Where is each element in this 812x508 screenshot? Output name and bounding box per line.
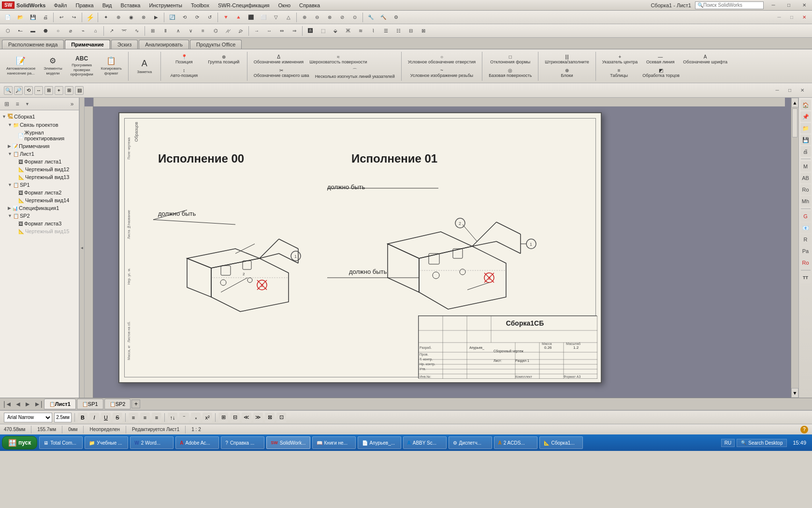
expand-assembly-icon[interactable]: ▼ (2, 114, 6, 119)
tb-d3[interactable]: ⬛ (245, 12, 257, 23)
window-max-btn[interactable]: □ (783, 0, 795, 11)
ann-position[interactable]: 📍 Позиция (165, 53, 203, 66)
tree-view12[interactable]: 📐 Чертежный вид12 (12, 165, 79, 173)
t2-f7[interactable]: ☰ (380, 26, 392, 36)
t2-f5[interactable]: ≋ (355, 26, 366, 36)
t2-d6[interactable]: ⌬ (210, 26, 221, 36)
t2-f2[interactable]: ⬚ (317, 26, 329, 36)
tree-project-link[interactable]: ▼ 📁 Связь проектов (6, 121, 79, 129)
ann-hole-sym[interactable]: ○ Условное обозначение отверстия (406, 53, 478, 66)
ann-base-surface[interactable]: ◎ Базовая поверхность (486, 67, 534, 79)
tb-b3[interactable]: ◉ (125, 12, 137, 23)
tb-e1[interactable]: ⊕ (299, 12, 310, 23)
rt-g2[interactable]: 📧 (800, 223, 811, 233)
tb-e4[interactable]: ⊘ (336, 12, 348, 23)
sidebar-expand-btn[interactable]: » (67, 99, 77, 109)
sidebar-collapse-handle[interactable]: ◄ (80, 98, 85, 398)
zoom-btn-5[interactable]: ⊞ (44, 86, 53, 95)
t2-b3[interactable]: ▬ (27, 26, 39, 36)
t2-f8[interactable]: ☷ (392, 26, 404, 36)
start-button[interactable]: 🪟 пуск (2, 436, 37, 449)
tab-office[interactable]: Продукты Office (190, 40, 242, 49)
strikethrough-btn[interactable]: S (113, 413, 122, 422)
open-btn[interactable]: 📂 (14, 12, 26, 23)
taskbar-books[interactable]: 📖 Книги не... (312, 436, 356, 449)
tb-win2[interactable]: □ (786, 12, 798, 23)
ann-auto-notes[interactable]: 📝 Автоматическоенанесение ра... (4, 52, 38, 80)
tree-sp1[interactable]: ▼ 📋 SP1 (6, 181, 79, 189)
tb-c1[interactable]: 🔄 (166, 12, 178, 23)
t2-f4[interactable]: Ж (342, 26, 354, 36)
t2-d8[interactable]: ⌮ (235, 26, 246, 36)
tb-c3[interactable]: ⟳ (191, 12, 203, 23)
sheet-nav-first[interactable]: |◄ (2, 400, 14, 408)
t2-c1[interactable]: ↗ (106, 26, 117, 36)
ann-auto-pos[interactable]: ↕ Авто-позиция (165, 67, 203, 79)
rt-mh-btn[interactable]: Mh (800, 196, 811, 207)
t2-f10[interactable]: ⊠ (418, 26, 429, 36)
t2-e2[interactable]: ↔ (263, 26, 275, 36)
sheet-tab-sp1[interactable]: 📋 SP1 (77, 399, 103, 409)
tb-b2[interactable]: ⊕ (113, 12, 124, 23)
window-min-btn[interactable]: ─ (768, 0, 779, 11)
underline-btn[interactable]: U (101, 413, 111, 422)
fmt-c4[interactable]: ≫ (253, 413, 263, 422)
t2-c3[interactable]: ∿ (131, 26, 143, 36)
fmt-b2[interactable]: ⁻ (179, 413, 189, 422)
rt-save-btn[interactable]: 💾 (800, 134, 811, 145)
ann-deviation[interactable]: □ Отклонения формы (486, 53, 534, 66)
ann-face-process[interactable]: ◩ Обработка торцов (639, 67, 683, 79)
tb-b1[interactable]: ✦ (100, 12, 112, 23)
rt-g3[interactable]: R (800, 234, 811, 245)
menu-edit[interactable]: Правка (71, 1, 98, 10)
tree-view13[interactable]: 📐 Чертежный вид13 (12, 173, 79, 181)
tree-sp2[interactable]: ▼ 📋 SP2 (6, 212, 79, 220)
tree-view14[interactable]: 📐 Чертежный вид14 (12, 196, 79, 204)
tree-spec1[interactable]: ▶ 📊 Спецификация1 (6, 204, 79, 212)
tb-d1[interactable]: 🔻 (220, 12, 232, 23)
tb-f2[interactable]: 🔨 (377, 12, 389, 23)
fmt-c1[interactable]: ⊞ (218, 413, 228, 422)
rebuild-btn[interactable]: ⚡ (84, 12, 96, 23)
t2-e4[interactable]: ⇒ (289, 26, 300, 36)
tray-lang[interactable]: RU (721, 439, 735, 447)
tb-c4[interactable]: ↺ (204, 12, 216, 23)
tb-d5[interactable]: ▽ (270, 12, 282, 23)
view-min-btn[interactable]: ─ (771, 85, 783, 96)
font-family-select[interactable]: Arial Narrow (4, 413, 52, 422)
app-logo[interactable]: SW SolidWorks (2, 1, 45, 9)
t2-f3[interactable]: ⬙ (330, 26, 341, 36)
tab-annotation[interactable]: Примечание (65, 40, 110, 49)
tb-d2[interactable]: 🔺 (232, 12, 244, 23)
taskbar-acds[interactable]: A 2 ACDS... (494, 436, 537, 449)
sheet-nav-prev[interactable]: ◄ (14, 400, 23, 408)
ann-tables[interactable]: ≡ Таблицы (600, 67, 638, 79)
rt-folder-btn[interactable]: 📁 (800, 123, 811, 134)
tab-analyze[interactable]: Анализировать (139, 40, 189, 49)
tb-b5[interactable]: ▶ (150, 12, 162, 23)
tb-d4[interactable]: ⬜ (258, 12, 269, 23)
search-box[interactable]: 🔍 (695, 1, 764, 9)
t2-f1[interactable]: 🅰 (304, 26, 316, 36)
t2-f6[interactable]: ⌇ (367, 26, 379, 36)
ann-copy-format[interactable]: 📋 Копироватьформат (99, 52, 124, 80)
ann-center-mark[interactable]: + Указатель центра (600, 53, 640, 66)
zoom-btn-1[interactable]: 🔍 (4, 86, 13, 95)
zoom-btn-8[interactable]: ▤ (75, 86, 84, 95)
taskbar-adobe[interactable]: A Adobe Ac... (175, 436, 219, 449)
sheet-tab-lsit1[interactable]: 📋 Лист1 (44, 399, 76, 409)
expand-sp1-icon[interactable]: ▼ (8, 182, 12, 187)
sheet-tab-sp2[interactable]: 📋 SP2 (104, 399, 131, 409)
t2-b2[interactable]: •– (14, 26, 26, 36)
ann-group-pos[interactable]: ⊕ Группа позиций (204, 53, 243, 66)
menu-window[interactable]: Окно (274, 1, 295, 10)
t2-d7[interactable]: ⌭ (222, 26, 234, 36)
zoom-btn-6[interactable]: ⌖ (55, 86, 63, 95)
menu-view[interactable]: Вид (98, 1, 116, 10)
t2-d1[interactable]: ⊞ (147, 26, 159, 36)
scroll-up-btn[interactable]: ▲ (791, 98, 798, 107)
drawing-area[interactable]: Образцов Поле чертежа Листа №/название Н… (85, 98, 798, 398)
fmt-c2[interactable]: ⊟ (230, 413, 240, 422)
ann-change-mark[interactable]: Δ Обозначение изменения (251, 53, 306, 66)
tb-d6[interactable]: △ (283, 12, 294, 23)
